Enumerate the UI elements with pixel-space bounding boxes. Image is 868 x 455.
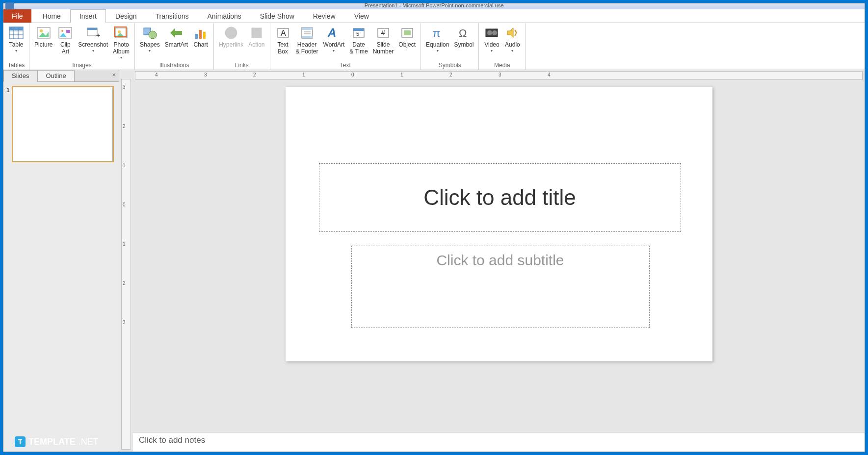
wordart-button[interactable]: AWordArt▾ [321,24,347,54]
tab-insert[interactable]: Insert [70,9,106,23]
ribbon-group-tables: Table▾Tables [3,23,29,70]
table-icon [8,25,24,41]
thumbnail-number: 1 [6,87,10,161]
ribbon-group-illustrations: Shapes▾SmartArtChartIllustrations [135,23,214,70]
dropdown-arrow-icon: ▾ [15,49,17,53]
picture-button[interactable]: Picture [32,24,54,50]
subtitle-placeholder[interactable]: Click to add subtitle [351,246,650,328]
screenshot-label: Screenshot [78,42,108,49]
textbox-icon: A [275,25,291,41]
hyperlink-label: Hyperlink [219,42,243,49]
qat-icon[interactable] [5,2,14,9]
ruler-tick: 0 [351,72,354,77]
ruler-tick: 1 [400,72,403,77]
equation-button[interactable]: πEquation▾ [424,24,451,54]
ribbon-group-label: Links [217,61,266,70]
smartart-icon [168,25,184,41]
datetime-button[interactable]: 5Date & Time [347,24,369,56]
table-button[interactable]: Table▾ [6,24,26,54]
action-icon [249,25,264,41]
svg-rect-35 [302,36,313,38]
vertical-ruler-wrap: 3210123 [119,70,133,452]
audio-button[interactable]: Audio▾ [502,24,522,54]
object-button[interactable]: Object [396,24,418,50]
ribbon-group-label: Tables [6,61,26,70]
tab-design[interactable]: Design [106,9,146,23]
title-placeholder-text: Click to add title [423,185,576,210]
photoalbum-label: Photo Album [113,42,130,55]
svg-rect-12 [66,30,70,33]
clipart-icon [57,25,73,41]
shapes-button[interactable]: Shapes▾ [138,24,162,54]
svg-marker-22 [170,28,182,38]
ruler-tick: 2 [123,124,126,129]
svg-marker-51 [507,28,513,38]
ribbon-group-text: AText BoxHeader & FooterAWordArt▾5Date &… [270,23,421,70]
ruler-tick: 3 [499,72,501,77]
tab-review[interactable]: Review [304,9,345,23]
ribbon-group-label: Media [482,61,522,70]
textbox-button[interactable]: AText Box [273,24,293,56]
video-label: Video [484,42,499,49]
shapes-label: Shapes [140,42,160,49]
thumbnails-list: 1 [3,82,119,452]
slidenumber-button[interactable]: #Slide Number [371,24,396,56]
quick-access-toolbar [5,2,14,9]
svg-rect-23 [195,34,198,39]
screenshot-icon: + [85,25,101,41]
tab-file[interactable]: File [3,9,31,23]
clipart-label: Clip Art [60,42,71,55]
chart-button[interactable]: Chart [191,24,210,50]
headerfooter-button[interactable]: Header & Footer [294,24,320,56]
screenshot-button[interactable]: +Screenshot▾ [76,24,110,54]
slide-canvas[interactable]: Click to add title Click to add subtitle [286,87,712,361]
action-button: Action [246,24,266,50]
titlebar: Presentation1 - Microsoft PowerPoint non… [3,3,865,9]
tab-home[interactable]: Home [33,9,70,23]
symbol-icon: Ω [456,25,472,41]
notes-pane[interactable]: Click to add notes [133,432,865,452]
svg-text:A: A [281,29,286,37]
textbox-label: Text Box [277,42,288,55]
symbol-button[interactable]: ΩSymbol [452,24,475,50]
object-label: Object [398,42,416,49]
symbol-label: Symbol [454,42,473,49]
canvas-scroll[interactable]: Click to add title Click to add subtitle [133,80,865,432]
title-placeholder[interactable]: Click to add title [319,163,681,232]
editor-area: 432101234 Click to add title Click to ad… [133,70,865,452]
datetime-icon: 5 [351,25,367,41]
svg-point-49 [487,30,492,35]
ruler-tick: 3 [123,84,126,90]
headerfooter-label: Header & Footer [296,42,318,55]
equation-icon: π [430,25,446,41]
panel-tab-outline[interactable]: Outline [37,70,74,81]
smartart-button[interactable]: SmartArt [163,24,190,50]
chart-label: Chart [193,42,208,49]
horizontal-ruler: 432101234 [135,71,863,80]
ruler-tick: 1 [123,241,126,247]
svg-rect-5 [9,27,23,30]
slide-thumbnail[interactable] [13,87,113,161]
panel-close-button[interactable]: × [109,70,119,81]
dropdown-arrow-icon: ▾ [437,49,439,53]
svg-text:#: # [381,29,385,37]
datetime-label: Date & Time [349,42,368,55]
slides-panel: Slides Outline × 1 [3,70,119,452]
tab-transitions[interactable]: Transitions [146,9,198,23]
dropdown-arrow-icon: ▾ [149,49,151,53]
photoalbum-button[interactable]: Photo Album▾ [111,24,132,61]
ribbon: Table▾TablesPictureClip Art+Screenshot▾P… [3,23,865,70]
tab-slideshow[interactable]: Slide Show [251,9,304,23]
tab-animations[interactable]: Animations [198,9,250,23]
ribbon-group-images: PictureClip Art+Screenshot▾Photo Album▾I… [29,23,135,70]
svg-text:+: + [96,31,100,39]
vertical-ruler: 3210123 [121,79,131,450]
panel-tab-slides[interactable]: Slides [3,70,37,82]
smartart-label: SmartArt [165,42,188,49]
svg-rect-34 [302,27,313,30]
svg-rect-45 [404,30,411,35]
tab-view[interactable]: View [345,9,378,23]
clipart-button[interactable]: Clip Art [55,24,75,56]
object-icon [399,25,415,41]
video-button[interactable]: Video▾ [482,24,501,54]
